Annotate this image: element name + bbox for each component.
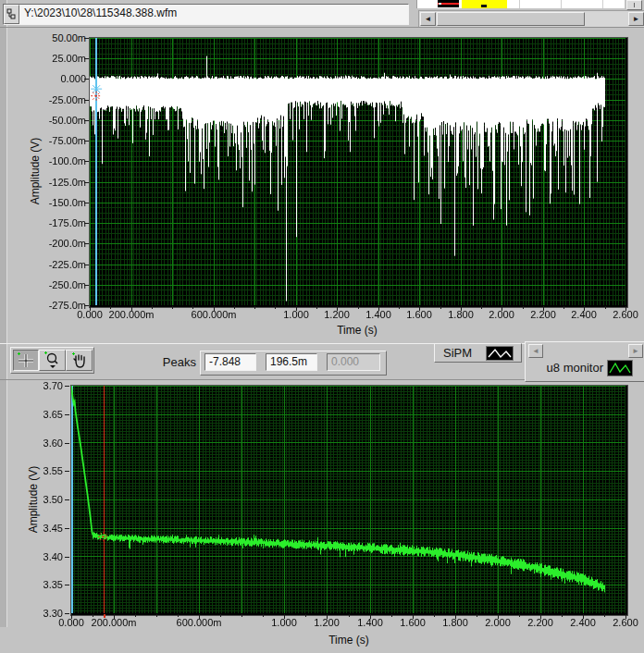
x-tick-label: 600.000m [181, 309, 246, 320]
corner-button[interactable] [626, 0, 642, 10]
scroll-left-icon: ◄ [425, 15, 432, 23]
y-tick-mark [84, 79, 89, 80]
y-tick-label: 3.50 [7, 494, 63, 505]
sipm-ylabel: Amplitude (V) [29, 79, 42, 264]
hand-icon [71, 352, 88, 369]
y-tick-mark [65, 528, 69, 529]
y-tick-mark [84, 285, 89, 286]
swatch-white-dash [439, 3, 441, 5]
y-tick-label: 3.55 [7, 465, 63, 476]
x-tick-mark [242, 614, 242, 617]
file-list-row[interactable] [416, 0, 625, 8]
legend-scroll-left-button[interactable]: ◄ [528, 344, 543, 358]
y-tick-label: -175.0m [31, 217, 86, 228]
y-tick-label: -50.00m [31, 115, 86, 126]
selected-cell[interactable] [462, 0, 507, 8]
peak-value-3: 0.000 [327, 353, 380, 371]
y-tick-mark [84, 243, 89, 244]
y-tick-mark [84, 182, 89, 183]
scroll-right-icon: ► [633, 15, 640, 23]
plot-color-swatch [438, 0, 459, 7]
column-separator [602, 0, 603, 8]
scrollbar-thumb[interactable] [437, 12, 585, 26]
y-tick-mark [65, 585, 69, 585]
y-tick-mark [84, 141, 89, 142]
monitor-legend-label[interactable]: u8 monitor [533, 361, 603, 375]
path-type-icon[interactable] [4, 5, 19, 24]
scroll-right-button[interactable]: ► [628, 12, 644, 26]
y-tick-label: -25.00m [31, 94, 86, 105]
y-tick-label: -125.0m [31, 177, 86, 188]
x-tick-label: 2.600 [593, 309, 644, 320]
peaks-plate: -7.848 196.5m 0.000 [200, 351, 387, 376]
y-tick-mark [84, 203, 89, 203]
y-tick-label: -200.0m [31, 238, 86, 249]
corner-button-glyph [634, 3, 635, 7]
y-tick-label: -75.00m [31, 135, 86, 146]
left-window-bevel [0, 0, 7, 627]
wfm-path-control[interactable]: Y:\2023\10\28\115348.388.wfm [3, 4, 409, 25]
y-tick-mark [84, 120, 89, 121]
sipm-plot-area[interactable] [90, 38, 625, 305]
y-tick-label: 50.00m [31, 32, 86, 43]
y-tick-mark [65, 499, 69, 500]
scroll-left-button[interactable]: ◄ [420, 12, 436, 26]
monitor-legend: ◄ ► u8 monitor [525, 341, 644, 382]
sipm-legend[interactable]: SiPM [434, 343, 522, 363]
y-tick-label: 3.35 [7, 579, 63, 590]
graph-palette [10, 347, 94, 374]
x-tick-mark [234, 306, 235, 309]
y-tick-label: 3.70 [7, 380, 63, 391]
column-separator [519, 0, 520, 8]
column-separator [561, 0, 562, 8]
monitor-xlabel: Time (s) [256, 634, 441, 647]
y-tick-mark [84, 161, 89, 162]
y-tick-label: -225.0m [31, 259, 86, 270]
cursor-axis-tick [104, 614, 105, 618]
x-tick-mark [254, 306, 255, 309]
monitor-legend-icon[interactable] [607, 360, 633, 376]
y-tick-label: 3.45 [7, 523, 63, 534]
y-tick-mark [84, 38, 89, 39]
zoom-tool-button[interactable] [39, 350, 66, 371]
y-tick-label: 3.60 [7, 437, 63, 449]
pan-tool-button[interactable] [66, 350, 93, 371]
x-tick-mark [152, 306, 153, 309]
crosshair-icon [17, 352, 35, 369]
legend-scroll-left-icon: ◄ [532, 346, 539, 356]
sipm-plot-frame [89, 37, 628, 308]
magnifier-icon [43, 351, 62, 369]
file-list-hscrollbar[interactable]: ◄ ► [418, 10, 644, 28]
monitor-plot-frame [70, 385, 628, 616]
selected-cell-mark [481, 5, 487, 7]
top-graph-bevel [0, 27, 644, 28]
sipm-legend-label: SiPM [443, 346, 472, 360]
peak-value-2[interactable]: 196.5m [266, 353, 317, 371]
legend-scroll-right-icon: ► [632, 346, 639, 356]
y-tick-label: 0.000 [31, 73, 86, 84]
x-tick-mark [135, 614, 136, 617]
y-tick-mark [65, 613, 69, 614]
y-tick-mark [65, 471, 69, 472]
y-tick-label: -100.0m [31, 155, 86, 166]
y-tick-label: 25.00m [31, 53, 86, 64]
y-tick-mark [84, 305, 89, 306]
y-tick-label: -250.0m [31, 279, 86, 290]
y-tick-mark [84, 58, 89, 59]
y-tick-label: 3.40 [7, 551, 63, 562]
x-tick-label: 200.000m [99, 309, 164, 320]
sipm-xlabel: Time (s) [265, 324, 450, 337]
y-tick-mark [84, 223, 89, 224]
peak-value-1[interactable]: -7.848 [204, 353, 256, 371]
y-tick-mark [65, 386, 69, 387]
wfm-path-value[interactable]: Y:\2023\10\28\115348.388.wfm [19, 5, 408, 24]
monitor-plot-area[interactable] [71, 386, 625, 613]
legend-scroll-right-button[interactable]: ► [628, 344, 643, 358]
y-tick-mark [84, 100, 89, 101]
x-tick-mark [172, 306, 173, 309]
y-tick-mark [65, 557, 69, 558]
cursor-tool-button[interactable] [13, 350, 39, 371]
x-tick-label: 200.000m [81, 617, 146, 628]
y-tick-mark [65, 443, 69, 444]
sipm-legend-icon[interactable] [486, 346, 514, 361]
